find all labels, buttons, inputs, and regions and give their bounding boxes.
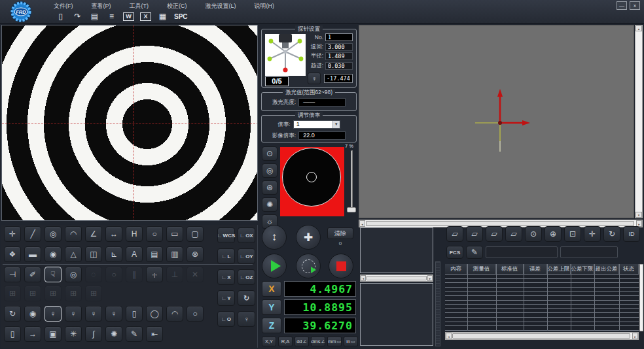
results-field-2[interactable]	[560, 246, 618, 258]
column-header[interactable]: 标准值	[496, 264, 524, 274]
light-sector-button[interactable]: ⊛	[262, 180, 277, 195]
menu-help[interactable]: 说明(H)	[255, 2, 275, 10]
cylinder-tool[interactable]: ▬	[24, 246, 41, 262]
picker-tool[interactable]: ✐	[24, 267, 41, 282]
ring-light-circle[interactable]	[282, 148, 341, 207]
probe-tool[interactable]: ♀	[45, 306, 62, 322]
probe-up-tool[interactable]: ♀	[65, 306, 82, 322]
ring-light-control[interactable]	[280, 147, 344, 216]
3d-view[interactable]	[359, 25, 634, 218]
select-window-button[interactable]: ⊡	[564, 226, 581, 242]
export-pdf-icon[interactable]: ▦	[157, 12, 168, 22]
cross-circle-tool[interactable]: ⊗	[187, 246, 204, 262]
column-header[interactable]: 测量值	[467, 264, 496, 274]
close-button[interactable]: x	[630, 1, 640, 10]
rectangle-tool[interactable]: ▭	[166, 226, 183, 242]
chevron-down-icon[interactable]: ▾	[332, 121, 340, 128]
column-header[interactable]: 内容	[445, 264, 467, 274]
column-header[interactable]: 误差	[524, 264, 547, 274]
cs-rotate-button[interactable]: ↻	[238, 290, 255, 306]
cs-oz-button[interactable]: ∟OZ	[238, 269, 255, 285]
cs-l-button[interactable]: ∟L	[217, 248, 235, 264]
midpoint-tool[interactable]: ◦|◦	[146, 267, 163, 282]
point-tool[interactable]: ✛	[4, 226, 21, 242]
view-iso-button[interactable]: ▱	[446, 226, 463, 242]
laser-brightness-field[interactable]: ——	[298, 98, 346, 107]
column-header[interactable]: 状态	[619, 264, 639, 274]
distance-tool[interactable]: ↔	[105, 226, 122, 242]
target-tool[interactable]: ◎	[65, 267, 82, 282]
curve-tool[interactable]: ∫	[85, 326, 102, 342]
unit-dms-button[interactable]: dms∠	[311, 337, 325, 346]
minimize-button[interactable]: —	[617, 1, 627, 10]
pan-button[interactable]: ✛	[584, 226, 601, 242]
probe-field-value[interactable]: 1.489	[325, 52, 353, 60]
menu-laser-settings[interactable]: 激光设置(L)	[206, 2, 236, 10]
light-multisector-button[interactable]: ✺	[262, 197, 277, 212]
program-list-vscrollbar[interactable]	[435, 261, 440, 346]
circle-tool[interactable]: ◎	[45, 226, 62, 242]
clamp-tool[interactable]: ⊣	[4, 267, 21, 282]
unit-dd-button[interactable]: dd∠	[295, 337, 309, 346]
light-spot-button[interactable]: ⊙	[262, 146, 277, 161]
cs-x-button[interactable]: ∟X	[217, 269, 235, 285]
probe-path-tool[interactable]: ♀	[105, 306, 122, 322]
unit-inch-button[interactable]: in▭	[344, 337, 358, 346]
program-list-hscrollbar[interactable]: ◂ ▸	[360, 274, 433, 282]
spc-icon[interactable]: SPC	[174, 12, 188, 22]
results-table[interactable]: 内容测量值标准值误差公差上限公差下限超出公差状态	[445, 264, 639, 331]
magnification-select[interactable]: 1 ▾	[293, 120, 340, 129]
probe-z-button[interactable]: ♀	[308, 73, 321, 84]
clear-button[interactable]: 清除	[327, 227, 353, 239]
view-front-button[interactable]: ▱	[466, 226, 483, 242]
coord-ra-button[interactable]: R,A	[278, 337, 293, 346]
arc-run-tool[interactable]: ◠	[166, 306, 183, 322]
text-tool[interactable]: A	[126, 246, 143, 262]
zoom-all-button[interactable]: ⊙	[525, 226, 542, 242]
unit-mm-button[interactable]: mm▭	[327, 337, 342, 346]
cs-wcs-button[interactable]: ∟WCS	[217, 227, 235, 243]
light-intensity-slider[interactable]	[351, 150, 353, 212]
combine-feature-tool[interactable]: ▥	[166, 246, 183, 262]
probe-field-value[interactable]: 0.030	[325, 62, 353, 70]
plane-tool[interactable]: ▤	[146, 246, 163, 262]
coord-xy-button[interactable]: X,Y	[262, 337, 276, 346]
column-header[interactable]: 超出公差	[594, 264, 619, 274]
cs-y-button[interactable]: ∟Y	[217, 290, 235, 306]
cs-oy-button[interactable]: ∟OY	[238, 248, 255, 264]
cs-probe-button[interactable]: ♀	[238, 311, 255, 327]
new-file-icon[interactable]: ▯	[55, 12, 66, 22]
arc-tool[interactable]: ◠	[65, 226, 82, 242]
image-magnification-field[interactable]: 22.0	[298, 131, 346, 140]
export-excel-icon[interactable]: X	[140, 12, 151, 21]
xy-move-button[interactable]: ✚	[296, 225, 321, 250]
polygon-run-tool[interactable]: ○	[187, 306, 204, 322]
light-ring-button[interactable]: ◎	[262, 163, 277, 178]
cs-o-button[interactable]: ∟O	[217, 311, 235, 327]
pen-tool[interactable]: ✎	[126, 326, 143, 342]
menu-tools[interactable]: 工具(T)	[130, 2, 149, 10]
save-icon[interactable]: ▤	[89, 12, 100, 22]
image-capture-tool[interactable]: ▣	[45, 326, 62, 342]
refresh-tool[interactable]: ↻	[4, 306, 21, 322]
cylinder-probe-tool[interactable]: ▯	[126, 306, 143, 322]
program-list-bottom[interactable]	[360, 283, 433, 346]
width-tool[interactable]: H	[126, 226, 143, 242]
menu-view[interactable]: 查看(P)	[92, 2, 111, 10]
run-button[interactable]	[262, 254, 287, 278]
export-word-icon[interactable]: W	[123, 12, 134, 21]
cylinder2-tool[interactable]: ▯	[4, 326, 21, 342]
sphere-tool[interactable]: ◫	[85, 246, 102, 262]
column-header[interactable]: 公差下限	[571, 264, 594, 274]
stop-button[interactable]	[329, 254, 353, 278]
column-header[interactable]: 公差上限	[547, 264, 571, 274]
z-move-button[interactable]: ↕	[262, 225, 287, 250]
camera-view[interactable]	[1, 25, 258, 221]
light-slider-handle[interactable]	[347, 207, 356, 212]
probe-field-value[interactable]: 3.000	[325, 43, 353, 51]
view-top-button[interactable]: ▱	[486, 226, 503, 242]
open-file-icon[interactable]: ↷	[72, 12, 83, 22]
zoom-in-button[interactable]: ⊕	[545, 226, 562, 242]
results-table-hscrollbar[interactable]: ◂ ▸	[445, 332, 639, 340]
results-table-vscrollbar[interactable]	[639, 264, 643, 331]
